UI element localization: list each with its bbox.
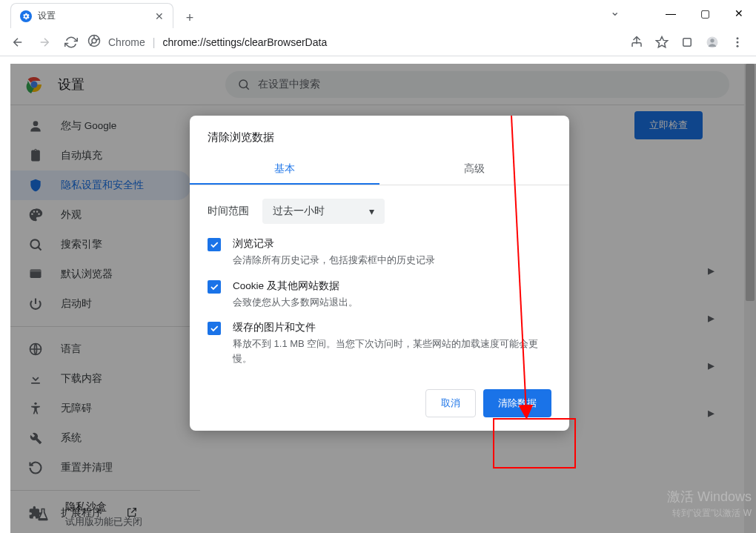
tabs-dropdown-icon[interactable]: ⌄: [610, 4, 620, 19]
annotation-arrow: [497, 116, 556, 427]
time-range-value: 过去一小时: [273, 205, 325, 218]
checkbox-checked[interactable]: [208, 280, 221, 294]
svg-line-18: [511, 116, 526, 412]
svg-point-1: [92, 39, 96, 43]
new-tab-button[interactable]: +: [179, 7, 200, 28]
browser-tab[interactable]: 设置 ✕: [10, 3, 173, 28]
extensions-icon[interactable]: [676, 31, 698, 53]
address-bar: Chrome | chrome://settings/clearBrowserD…: [0, 28, 756, 56]
dropdown-icon: ▾: [369, 205, 374, 217]
menu-icon[interactable]: [726, 31, 749, 53]
tab-basic[interactable]: 基本: [190, 155, 379, 185]
option-title: Cookie 及其他网站数据: [233, 279, 358, 293]
svg-rect-2: [683, 38, 692, 46]
option-desc: 会清除所有历史记录，包括搜索框中的历史记录: [233, 253, 435, 268]
url-display[interactable]: Chrome | chrome://settings/clearBrowserD…: [87, 34, 620, 50]
time-range-select[interactable]: 过去一小时 ▾: [262, 199, 385, 224]
close-window-button[interactable]: ✕: [722, 0, 756, 27]
svg-point-5: [737, 37, 739, 39]
gear-icon: [20, 10, 32, 22]
watermark-line1: 激活 Windows: [667, 488, 752, 506]
tab-title: 设置: [38, 10, 56, 22]
option-title: 浏览记录: [233, 237, 435, 251]
minimize-button[interactable]: —: [654, 0, 688, 27]
checkbox-checked[interactable]: [208, 238, 221, 251]
url-site: Chrome: [108, 36, 145, 48]
watermark-line2: 转到"设置"以激活 W: [667, 507, 752, 520]
time-range-label: 时间范围: [208, 205, 249, 218]
svg-point-6: [737, 41, 739, 43]
url-path: chrome://settings/clearBrowserData: [162, 36, 327, 48]
svg-point-7: [737, 44, 739, 47]
chrome-icon: [87, 34, 101, 50]
back-button[interactable]: [7, 32, 28, 53]
share-icon[interactable]: [626, 31, 648, 53]
reload-button[interactable]: [61, 32, 82, 53]
option-desc: 会致使您从大多数网站退出。: [233, 295, 358, 310]
windows-watermark: 激活 Windows 转到"设置"以激活 W: [667, 488, 752, 520]
forward-button[interactable]: [34, 32, 55, 53]
svg-point-4: [710, 39, 714, 42]
profile-icon[interactable]: [701, 31, 723, 53]
cancel-button[interactable]: 取消: [425, 389, 476, 417]
star-icon[interactable]: [651, 31, 673, 53]
maximize-button[interactable]: ▢: [688, 0, 722, 27]
browser-tabs-row: 设置 ✕ + ⌄ — ▢ ✕: [0, 0, 756, 28]
close-icon[interactable]: ✕: [155, 10, 164, 22]
checkbox-checked[interactable]: [208, 322, 221, 335]
